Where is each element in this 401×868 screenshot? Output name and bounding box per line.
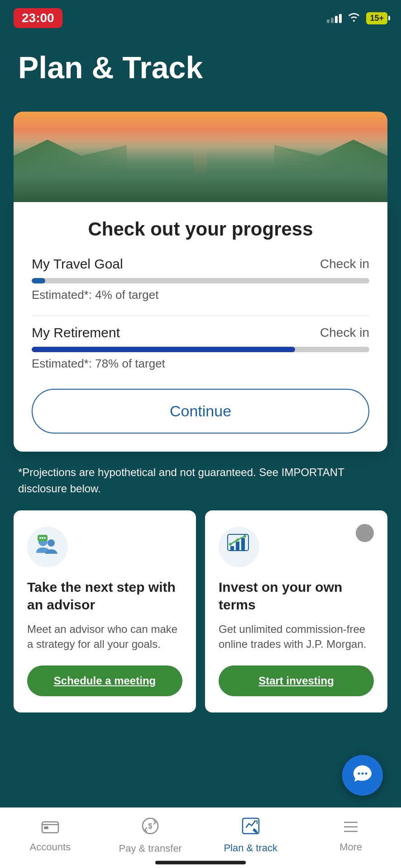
accounts-icon bbox=[41, 818, 59, 838]
start-investing-button[interactable]: Start investing bbox=[219, 665, 374, 696]
more-icon bbox=[343, 819, 359, 838]
chat-fab-button[interactable] bbox=[342, 755, 383, 796]
svg-point-5 bbox=[44, 537, 46, 539]
nav-item-pay[interactable]: $ Pay & transfer bbox=[100, 817, 201, 854]
svg-text:$: $ bbox=[148, 822, 153, 830]
svg-point-4 bbox=[42, 537, 43, 539]
hero-landscape bbox=[14, 139, 387, 202]
goal-estimate-retirement: Estimated*: 78% of target bbox=[32, 357, 369, 371]
svg-point-14 bbox=[358, 772, 360, 774]
status-icons: 15+ bbox=[327, 12, 387, 24]
advisor-card: Take the next step with an advisor Meet … bbox=[14, 510, 196, 712]
plan-icon bbox=[242, 817, 260, 839]
plan-label: Plan & track bbox=[224, 842, 277, 854]
cards-section: Take the next step with an advisor Meet … bbox=[0, 510, 401, 726]
goal-row-travel: My Travel Goal Check in Estimated*: 4% o… bbox=[32, 256, 369, 302]
goal-name-travel: My Travel Goal bbox=[32, 256, 123, 272]
hero-image bbox=[14, 112, 387, 202]
svg-rect-9 bbox=[236, 542, 239, 551]
more-label: More bbox=[339, 841, 362, 853]
svg-rect-8 bbox=[230, 546, 234, 551]
check-in-travel[interactable]: Check in bbox=[320, 257, 369, 271]
pay-icon: $ bbox=[141, 817, 159, 839]
progress-bar-bg-travel bbox=[32, 278, 369, 283]
svg-point-1 bbox=[48, 539, 55, 547]
hero-section: Check out your progress My Travel Goal C… bbox=[14, 112, 387, 452]
invest-icon-wrap bbox=[219, 527, 259, 567]
pay-label: Pay & transfer bbox=[119, 843, 182, 854]
continue-button[interactable]: Continue bbox=[32, 389, 369, 434]
goal-row-retirement: My Retirement Check in Estimated*: 78% o… bbox=[32, 325, 369, 371]
progress-bar-fill-retirement bbox=[32, 347, 295, 352]
check-in-retirement[interactable]: Check in bbox=[320, 326, 369, 340]
progress-bar-fill-travel bbox=[32, 278, 45, 283]
schedule-meeting-button[interactable]: Schedule a meeting bbox=[27, 665, 182, 696]
nav-item-accounts[interactable]: Accounts bbox=[0, 818, 100, 853]
goal-estimate-travel: Estimated*: 4% of target bbox=[32, 288, 369, 302]
svg-point-13 bbox=[243, 535, 246, 538]
disclaimer-text: *Projections are hypothetical and not gu… bbox=[0, 452, 401, 510]
bottom-nav: Accounts $ Pay & transfer Plan & tr bbox=[0, 807, 401, 868]
svg-point-16 bbox=[365, 772, 368, 774]
advisor-icon-wrap bbox=[27, 527, 68, 567]
svg-rect-18 bbox=[44, 826, 48, 829]
nav-item-more[interactable]: More bbox=[301, 819, 401, 853]
status-bar: 23:00 15+ bbox=[0, 0, 401, 33]
signal-icon bbox=[327, 13, 342, 23]
nav-item-plan[interactable]: Plan & track bbox=[200, 817, 301, 854]
svg-point-12 bbox=[236, 538, 239, 541]
page-title: Plan & Track bbox=[18, 51, 383, 85]
chat-icon bbox=[353, 764, 372, 787]
svg-point-15 bbox=[362, 772, 364, 774]
accounts-label: Accounts bbox=[30, 841, 71, 853]
goal-divider bbox=[32, 316, 369, 316]
invest-card-title: Invest on your own terms bbox=[219, 578, 374, 613]
goal-header-travel: My Travel Goal Check in bbox=[32, 256, 369, 272]
svg-point-11 bbox=[229, 543, 232, 546]
status-time: 23:00 bbox=[14, 8, 62, 28]
progress-card: Check out your progress My Travel Goal C… bbox=[14, 202, 387, 452]
advisor-card-title: Take the next step with an advisor bbox=[27, 578, 182, 613]
home-indicator bbox=[155, 861, 246, 864]
battery-icon: 15+ bbox=[366, 12, 387, 24]
advisor-card-desc: Meet an advisor who can make a strategy … bbox=[27, 622, 182, 652]
advisor-icon bbox=[34, 535, 61, 559]
progress-card-title: Check out your progress bbox=[32, 218, 369, 240]
invest-card-dot bbox=[356, 524, 374, 542]
goal-name-retirement: My Retirement bbox=[32, 325, 120, 340]
svg-rect-10 bbox=[241, 538, 245, 551]
invest-card-desc: Get unlimited commission-free online tra… bbox=[219, 622, 374, 652]
invest-card: Invest on your own terms Get unlimited c… bbox=[205, 510, 387, 712]
progress-bar-bg-retirement bbox=[32, 347, 369, 352]
wifi-icon bbox=[347, 12, 361, 24]
page-header: Plan & Track bbox=[0, 33, 401, 112]
invest-icon bbox=[227, 533, 252, 560]
goal-header-retirement: My Retirement Check in bbox=[32, 325, 369, 340]
svg-point-3 bbox=[39, 537, 41, 539]
